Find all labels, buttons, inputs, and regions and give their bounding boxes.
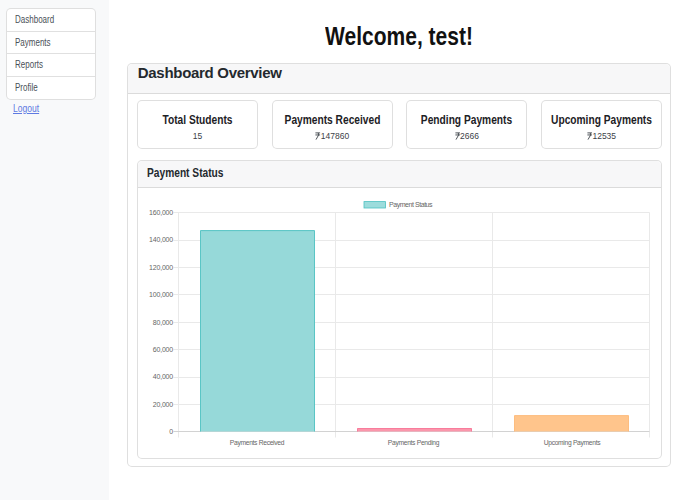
svg-text:Payment Status: Payment Status [389, 201, 433, 209]
svg-text:100,000: 100,000 [149, 291, 173, 298]
svg-text:120,000: 120,000 [149, 263, 173, 270]
svg-text:0: 0 [169, 427, 173, 434]
svg-text:20,000: 20,000 [153, 400, 174, 407]
svg-text:Payments Pending: Payments Pending [388, 439, 440, 447]
svg-text:40,000: 40,000 [153, 373, 174, 380]
svg-text:60,000: 60,000 [153, 345, 174, 352]
svg-text:160,000: 160,000 [149, 209, 173, 216]
svg-text:Payments Received: Payments Received [230, 439, 285, 447]
svg-text:80,000: 80,000 [153, 318, 174, 325]
svg-text:Upcoming Payments: Upcoming Payments [544, 439, 602, 447]
svg-text:140,000: 140,000 [149, 236, 173, 243]
